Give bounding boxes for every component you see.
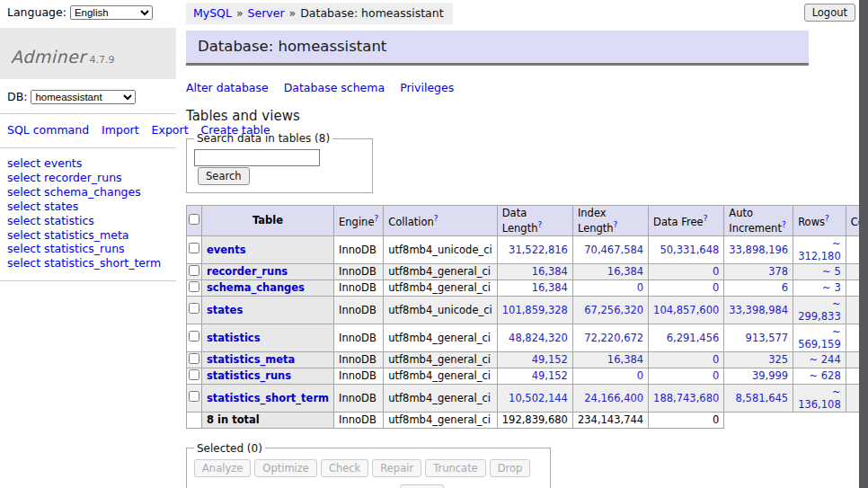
help-link[interactable]: ? xyxy=(434,214,438,223)
breadcrumb-item[interactable]: Server xyxy=(248,6,285,20)
table-name-link[interactable]: schema_changes xyxy=(207,281,305,294)
sidebar-link-select-states[interactable]: select states xyxy=(7,200,169,214)
table-name-link[interactable]: events xyxy=(207,244,246,256)
row-checkbox[interactable] xyxy=(189,391,199,402)
rows-value[interactable]: ~ 136,108 xyxy=(798,386,841,411)
column-header-auto-increment: Auto Increment? xyxy=(724,206,793,236)
rows-value[interactable]: ~ 5 xyxy=(822,265,841,278)
table-name-cell: states xyxy=(202,296,334,324)
breadcrumb-item[interactable]: MySQL xyxy=(193,6,232,20)
sidebar-link-select-statistics-runs[interactable]: select statistics_runs xyxy=(7,242,169,256)
index-length-value[interactable]: 67,256,320 xyxy=(584,304,643,316)
language-select[interactable]: English xyxy=(70,5,153,20)
db-select[interactable]: homeassistant xyxy=(31,90,136,104)
help-link[interactable]: ? xyxy=(825,214,829,223)
table-row: schema_changesInnoDButf8mb4_general_ci16… xyxy=(187,279,868,296)
help-link[interactable]: ? xyxy=(374,214,378,223)
rows-value[interactable]: ~ 299,833 xyxy=(798,297,841,323)
auto-increment-value[interactable]: 33,398,984 xyxy=(729,304,788,316)
sidebar-link-select-events[interactable]: select events xyxy=(7,156,169,171)
nav-link-database-schema[interactable]: Database schema xyxy=(284,81,385,94)
data-length-value[interactable]: 31,522,816 xyxy=(509,244,568,256)
selected-analyze-button[interactable]: Analyze xyxy=(194,459,251,477)
auto-increment-value[interactable]: 325 xyxy=(768,353,788,366)
data-free-value[interactable]: 0 xyxy=(713,265,719,278)
data-length-value[interactable]: 10,502,144 xyxy=(509,392,568,404)
sidebar-link-select-statistics-short-term[interactable]: select statistics_short_term xyxy=(7,256,169,271)
auto-increment-value[interactable]: 39,999 xyxy=(752,369,788,382)
index-length-value[interactable]: 16,384 xyxy=(607,265,643,278)
table-name-link[interactable]: statistics_short_term xyxy=(207,392,329,404)
data-length-value[interactable]: 48,824,320 xyxy=(509,332,568,344)
vertical-scrollbar[interactable] xyxy=(859,0,868,488)
rows-value[interactable]: ~ 312,180 xyxy=(798,237,841,262)
data-free-value[interactable]: 188,743,680 xyxy=(653,392,719,404)
data-length-value[interactable]: 49,152 xyxy=(532,353,568,366)
row-checkbox[interactable] xyxy=(189,303,199,314)
database-nav-links: Alter databaseDatabase schemaPrivileges xyxy=(186,81,815,94)
data-length-value[interactable]: 16,384 xyxy=(532,281,568,294)
sidebar-link-select-schema-changes[interactable]: select schema_changes xyxy=(7,185,169,200)
rows-value[interactable]: ~ 3 xyxy=(822,281,841,294)
auto-increment-value[interactable]: 378 xyxy=(768,265,788,278)
sidebar-action-sql-command[interactable]: SQL command xyxy=(7,123,89,137)
row-checkbox[interactable] xyxy=(189,353,199,364)
nav-link-privileges[interactable]: Privileges xyxy=(400,81,454,94)
index-length-value[interactable]: 72,220,672 xyxy=(584,332,643,344)
search-input[interactable] xyxy=(194,149,320,166)
nav-link-alter-database[interactable]: Alter database xyxy=(186,81,269,94)
help-link[interactable]: ? xyxy=(614,220,618,229)
index-length-value[interactable]: 24,166,400 xyxy=(584,392,643,404)
move-row: Move to other database: homeassistant Mo… xyxy=(194,484,543,488)
sidebar-action-import[interactable]: Import xyxy=(102,123,139,137)
row-checkbox[interactable] xyxy=(189,265,199,276)
sidebar-link-select-recorder-runs[interactable]: select recorder_runs xyxy=(7,171,169,185)
sidebar-link-select-statistics-meta[interactable]: select statistics_meta xyxy=(7,228,169,243)
data-free-value[interactable]: 50,331,648 xyxy=(660,244,719,256)
selected-check-button[interactable]: Check xyxy=(321,459,368,477)
row-checkbox[interactable] xyxy=(189,281,199,292)
data-free-value[interactable]: 104,857,600 xyxy=(653,304,719,316)
sidebar-link-select-statistics[interactable]: select statistics xyxy=(7,214,169,228)
table-name-cell: statistics_runs xyxy=(202,368,334,384)
move-move-button[interactable]: Move xyxy=(400,484,444,488)
auto-increment-value[interactable]: 6 xyxy=(782,281,788,294)
logout-button[interactable]: Logout xyxy=(804,4,855,22)
table-name-link[interactable]: statistics xyxy=(207,332,261,344)
index-length-value[interactable]: 16,384 xyxy=(607,353,643,366)
data-free-value[interactable]: 0 xyxy=(713,353,719,366)
auto-increment-value[interactable]: 33,898,196 xyxy=(729,244,788,256)
selected-drop-button[interactable]: Drop xyxy=(490,459,531,477)
search-button[interactable]: Search xyxy=(198,167,250,185)
data-free-value[interactable]: 0 xyxy=(713,369,719,382)
sidebar-action-export[interactable]: Export xyxy=(152,123,189,137)
help-link[interactable]: ? xyxy=(704,214,708,223)
index-length-value[interactable]: 70,467,584 xyxy=(584,244,643,256)
row-checkbox[interactable] xyxy=(189,331,199,342)
selected-repair-button[interactable]: Repair xyxy=(372,459,421,477)
rows-value[interactable]: ~ 569,159 xyxy=(798,325,841,350)
row-checkbox[interactable] xyxy=(189,243,199,253)
auto-increment-value[interactable]: 913,577 xyxy=(746,332,789,344)
data-free-value[interactable]: 6,291,456 xyxy=(667,332,720,344)
help-link[interactable]: ? xyxy=(782,220,786,229)
table-name-link[interactable]: statistics_meta xyxy=(207,353,295,366)
rows-value[interactable]: ~ 244 xyxy=(809,353,840,366)
rows-value[interactable]: ~ 628 xyxy=(809,369,840,382)
select-all-checkbox[interactable] xyxy=(189,214,199,225)
row-checkbox-cell xyxy=(187,263,202,279)
table-name-link[interactable]: recorder_runs xyxy=(207,265,288,278)
index-length-value[interactable]: 0 xyxy=(637,281,643,294)
row-checkbox[interactable] xyxy=(189,369,199,380)
help-link[interactable]: ? xyxy=(537,220,542,229)
index-length-value[interactable]: 0 xyxy=(637,369,643,382)
auto-increment-value[interactable]: 8,581,645 xyxy=(736,392,789,404)
table-name-link[interactable]: statistics_runs xyxy=(207,369,291,382)
selected-truncate-button[interactable]: Truncate xyxy=(425,459,486,477)
selected-optimize-button[interactable]: Optimize xyxy=(254,459,317,477)
data-length-value[interactable]: 49,152 xyxy=(532,369,568,382)
data-length-value[interactable]: 101,859,328 xyxy=(502,304,568,316)
data-free-value[interactable]: 0 xyxy=(713,281,719,294)
table-name-link[interactable]: states xyxy=(207,304,243,316)
data-length-value[interactable]: 16,384 xyxy=(532,265,568,278)
